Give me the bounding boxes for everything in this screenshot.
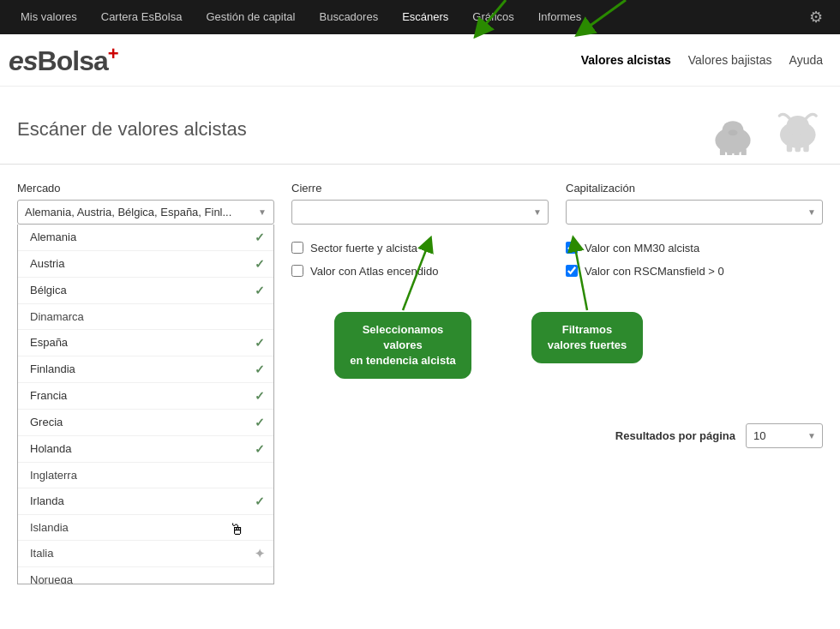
valor-rsc-checkbox[interactable] (566, 265, 578, 277)
results-row: Resultados por página 10 20 50 100 (291, 423, 823, 448)
page-title-area: Escáner de valores alcistas (0, 87, 840, 165)
country-item-austria[interactable]: Austria✓ (18, 251, 273, 278)
valor-mm30-label[interactable]: Valor con MM30 alcista (585, 242, 699, 255)
country-name: Austria (30, 257, 64, 270)
country-item-bélgica[interactable]: Bélgica✓ (18, 278, 273, 304)
svg-rect-15 (803, 141, 809, 152)
svg-point-4 (724, 123, 733, 131)
country-item-inglaterra[interactable]: Inglaterra (18, 463, 273, 488)
mercado-dropdown-list[interactable]: Alemania✓Austria✓Bélgica✓DinamarcaEspaña… (17, 225, 274, 584)
results-per-page-select[interactable]: 10 20 50 100 (746, 423, 823, 448)
country-check: ✓ (255, 284, 265, 297)
country-name: España (30, 336, 68, 349)
header-link-bajistas[interactable]: Valores bajistas (688, 53, 772, 67)
country-check: ✦ (255, 547, 265, 560)
annotation-area: Seleccionamos valoresen tendencia alcist… (291, 295, 823, 415)
sector-fuerte-checkbox[interactable] (291, 242, 303, 254)
logo-bolsa: Bolsa (38, 45, 108, 76)
country-check: ✓ (255, 336, 265, 350)
svg-rect-8 (727, 149, 732, 155)
country-item-noruega[interactable]: Noruega (18, 567, 273, 584)
country-item-irlanda[interactable]: Irlanda✓ (18, 488, 273, 515)
country-item-francia[interactable]: Francia✓ (18, 383, 273, 410)
sector-fuerte-item: Sector fuerte y alcista (291, 242, 549, 255)
capitalizacion-label: Capitalización (566, 182, 823, 195)
svg-rect-10 (741, 147, 747, 154)
header-links: Valores alcistas Valores bajistas Ayuda (581, 53, 823, 67)
logo-plus: + (108, 43, 118, 64)
cierre-group: Cierre (291, 182, 549, 225)
country-check: ✓ (255, 416, 265, 429)
capitalizacion-select[interactable] (566, 200, 823, 225)
mercado-selected-text: Alemania, Austria, Bélgica, España, Finl… (25, 206, 231, 219)
country-name: Finlandia (30, 362, 75, 375)
country-item-finlandia[interactable]: Finlandia✓ (18, 356, 273, 383)
results-select-wrapper: 10 20 50 100 (746, 423, 823, 448)
bubble-arrows (291, 295, 823, 415)
country-name: Francia (30, 389, 67, 402)
country-item-italia[interactable]: Italia✦ (18, 541, 273, 567)
country-name: Irlanda (30, 494, 64, 507)
country-item-dinamarca[interactable]: Dinamarca (18, 304, 273, 330)
mercado-panel: Mercado Alemania, Austria, Bélgica, Espa… (17, 182, 274, 584)
cierre-label: Cierre (291, 182, 549, 195)
country-item-españa[interactable]: España✓ (18, 330, 273, 356)
country-name: Islandia (30, 521, 69, 534)
svg-rect-13 (787, 141, 793, 152)
valor-rsc-item: Valor con RSCMansfield > 0 (566, 265, 823, 278)
svg-rect-7 (720, 147, 725, 154)
country-item-holanda[interactable]: Holanda✓ (18, 436, 273, 463)
nav-escaners[interactable]: Escáners (390, 0, 460, 34)
country-check: ✓ (255, 257, 265, 271)
country-name: Bélgica (30, 284, 67, 297)
nav-gestion[interactable]: Gestión de capital (194, 0, 307, 34)
country-name: Dinamarca (30, 310, 84, 323)
svg-point-6 (729, 129, 738, 135)
header-link-alcistas[interactable]: Valores alcistas (581, 53, 671, 67)
svg-point-5 (734, 123, 742, 131)
country-item-islandia[interactable]: Islandia (18, 515, 273, 541)
country-name: Alemania (30, 231, 76, 243)
svg-rect-14 (795, 143, 801, 152)
valor-atlas-item: Valor con Atlas encendido (291, 265, 549, 278)
capitalizacion-select-wrapper (566, 200, 823, 225)
results-label: Resultados por página (615, 429, 735, 442)
site-logo[interactable]: esBolsa+ (9, 43, 118, 77)
mercado-multiselect[interactable]: Alemania, Austria, Bélgica, España, Finl… (17, 200, 274, 225)
country-name: Italia (30, 547, 53, 560)
sector-fuerte-label[interactable]: Sector fuerte y alcista (310, 242, 417, 255)
nav-cartera[interactable]: Cartera EsBolsa (89, 0, 195, 34)
country-check: ✓ (255, 442, 265, 456)
cierre-select[interactable] (291, 200, 549, 225)
country-name: Noruega (30, 573, 73, 584)
valor-rsc-label[interactable]: Valor con RSCMansfield > 0 (585, 265, 724, 278)
country-check: ✓ (255, 389, 265, 403)
bull-icon (767, 104, 823, 155)
bubble-select-trend: Seleccionamos valoresen tendencia alcist… (334, 312, 471, 380)
country-item-grecia[interactable]: Grecia✓ (18, 410, 273, 436)
mercado-dropdown-arrow: ▼ (258, 207, 267, 217)
settings-icon[interactable]: ⚙ (801, 8, 831, 27)
top-navigation: Mis valores Cartera EsBolsa Gestión de c… (0, 0, 840, 34)
valor-mm30-item: Valor con MM30 alcista (566, 242, 823, 255)
country-name: Inglaterra (30, 469, 77, 482)
header-link-ayuda[interactable]: Ayuda (789, 53, 823, 67)
bubble-select-text: Seleccionamos valoresen tendencia alcist… (350, 323, 456, 367)
svg-rect-9 (734, 149, 739, 155)
bubble-filter-strong: Filtramosvalores fuertes (531, 312, 643, 363)
main-content: Mercado Alemania, Austria, Bélgica, Espa… (0, 165, 840, 602)
checkbox-section: Sector fuerte y alcista Valor con MM30 a… (291, 242, 823, 278)
country-item-alemania[interactable]: Alemania✓ (18, 225, 273, 251)
bubble-filter-text: Filtramosvalores fuertes (548, 323, 627, 351)
filters-panel: Cierre Capitalización Sec (291, 182, 823, 584)
nav-graficos[interactable]: Gráficos (460, 0, 525, 34)
valor-mm30-checkbox[interactable] (566, 242, 578, 254)
valor-atlas-checkbox[interactable] (291, 265, 303, 277)
nav-mis-valores[interactable]: Mis valores (9, 0, 89, 34)
valor-atlas-label[interactable]: Valor con Atlas encendido (310, 265, 438, 278)
nav-buscadores[interactable]: Buscadores (307, 0, 390, 34)
cierre-select-wrapper (291, 200, 549, 225)
country-check: ✓ (255, 494, 265, 508)
nav-informes[interactable]: Informes (526, 0, 594, 34)
mercado-label: Mercado (17, 182, 274, 195)
